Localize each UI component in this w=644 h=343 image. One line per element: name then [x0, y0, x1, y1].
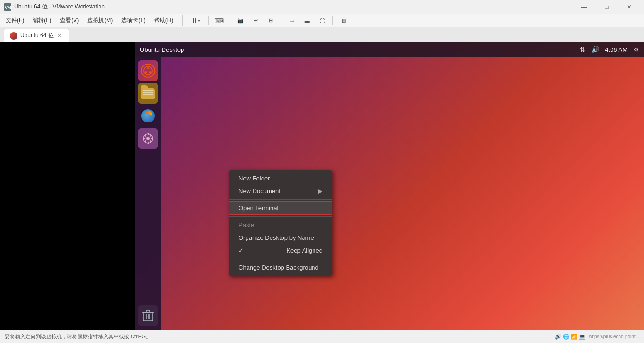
context-separator-2: [229, 216, 332, 217]
toolbar-sep1: [208, 16, 209, 25]
titlebar-left: VM Ubuntu 64 位 - VMware Workstation: [4, 3, 105, 11]
toolbar-sep2: [230, 16, 230, 25]
svg-line-12: [145, 135, 146, 137]
ubuntu-desktop[interactable]: Ubuntu Desktop ⇅ 🔊 4:06 AM ⚙: [135, 42, 644, 330]
sound-icon[interactable]: 🔊: [591, 46, 599, 53]
toolbar-sep4: [332, 16, 333, 25]
context-separator-1: [229, 199, 332, 200]
launcher-firefox[interactable]: [138, 106, 158, 126]
open-terminal-label: Open Terminal: [239, 204, 278, 212]
context-menu-paste: Paste: [229, 219, 332, 231]
new-document-label: New Document: [239, 188, 281, 195]
launcher-settings[interactable]: [138, 128, 158, 149]
statusbar-url: https://plus.echo-point...: [589, 334, 639, 339]
ubuntu-tab-icon: [10, 32, 17, 40]
context-menu-open-terminal[interactable]: Open Terminal: [229, 202, 332, 214]
vm-content: Ubuntu Desktop ⇅ 🔊 4:06 AM ⚙: [0, 42, 644, 330]
svg-point-4: [145, 71, 147, 73]
svg-point-5: [149, 71, 151, 73]
sort-icon[interactable]: ⇅: [580, 46, 586, 53]
menu-view[interactable]: 查看(V): [56, 15, 83, 26]
full-screen-button[interactable]: ▬: [300, 15, 314, 26]
svg-point-7: [146, 137, 150, 140]
unity-launcher: [135, 57, 161, 330]
trash-svg-icon: [142, 309, 154, 322]
statusbar: 要将输入定向到该虚拟机，请将鼠标指针移入其中或按 Ctrl+G。 🔊 🌐 📶 💻…: [0, 330, 644, 343]
new-folder-label: New Folder: [239, 175, 270, 182]
keep-aligned-label: Keep Aligned: [286, 247, 322, 254]
statusbar-right: 🔊 🌐 📶 💻 https://plus.echo-point...: [555, 334, 639, 340]
send-ctrl-alt-del-button[interactable]: ⌨: [213, 15, 226, 26]
change-background-label: Change Desktop Background: [239, 264, 319, 271]
context-menu-new-folder[interactable]: New Folder: [229, 172, 332, 185]
titlebar-text: Ubuntu 64 位 - VMware Workstation: [14, 3, 105, 11]
panel-right: ⇅ 🔊 4:06 AM ⚙: [580, 46, 639, 53]
vm-tab-label: Ubuntu 64 位: [20, 32, 54, 40]
svg-line-15: [145, 141, 146, 142]
context-separator-3: [229, 259, 332, 259]
revert-snapshot-button[interactable]: ↩: [249, 15, 262, 26]
submenu-arrow-icon: ▶: [318, 188, 322, 195]
statusbar-text: 要将输入定向到该虚拟机，请将鼠标指针移入其中或按 Ctrl+G。: [5, 333, 151, 340]
menu-file[interactable]: 文件(F): [2, 15, 28, 26]
launcher-files[interactable]: [138, 83, 158, 104]
context-menu-new-document[interactable]: New Document ▶: [229, 185, 332, 197]
keep-aligned-check-icon: ✓: [239, 247, 244, 254]
context-menu-change-background[interactable]: Change Desktop Background: [229, 261, 332, 274]
ubuntu-top-panel: Ubuntu Desktop ⇅ 🔊 4:06 AM ⚙: [135, 42, 644, 57]
svg-point-3: [147, 67, 149, 69]
display-button[interactable]: 🖥: [337, 15, 350, 26]
svg-rect-18: [146, 310, 150, 312]
tabbar: Ubuntu 64 位 ✕: [0, 27, 644, 42]
svg-line-13: [150, 141, 152, 142]
context-menu: New Folder New Document ▶ Open Terminal …: [229, 170, 332, 276]
titlebar: VM Ubuntu 64 位 - VMware Workstation — □ …: [0, 0, 644, 14]
vmware-logo-icon: VM: [4, 3, 11, 11]
svg-line-14: [150, 135, 152, 137]
close-button[interactable]: ✕: [619, 0, 640, 14]
menu-edit[interactable]: 编辑(E): [29, 15, 55, 26]
minimize-button[interactable]: —: [573, 0, 595, 14]
launcher-ubuntu-dash[interactable]: [138, 60, 158, 81]
panel-time: 4:06 AM: [605, 46, 627, 53]
unity-button[interactable]: ▭: [285, 15, 298, 26]
menubar: 文件(F) 编辑(E) 查看(V) 虚拟机(M) 选项卡(T) 帮助(H) ⏸▾…: [0, 14, 644, 27]
vm-tab-close-button[interactable]: ✕: [57, 33, 63, 39]
menu-help[interactable]: 帮助(H): [150, 15, 177, 26]
snapshot-button[interactable]: 📷: [234, 15, 247, 26]
window-controls: — □ ✕: [573, 0, 640, 14]
launcher-trash[interactable]: [138, 305, 158, 326]
context-menu-keep-aligned[interactable]: ✓ Keep Aligned: [229, 244, 332, 257]
svg-text:VM: VM: [5, 5, 11, 10]
view-button[interactable]: ⛶: [315, 15, 329, 26]
maximize-button[interactable]: □: [596, 0, 618, 14]
firefox-icon: [141, 109, 155, 122]
toolbar: ⏸▾ ⌨ 📷 ↩ ⊞ ▭ ▬ ⛶ 🖥: [182, 15, 350, 26]
ubuntu-dash-icon: [141, 64, 155, 78]
organize-label: Organize Desktop by Name: [239, 234, 314, 241]
power-settings-icon[interactable]: ⚙: [633, 46, 639, 53]
trash-icon: [138, 305, 158, 326]
context-menu-organize[interactable]: Organize Desktop by Name: [229, 231, 332, 244]
paste-label: Paste: [239, 221, 254, 229]
settings-icon: [141, 131, 155, 146]
power-button[interactable]: ⏸▾: [188, 15, 205, 26]
menu-tabs[interactable]: 选项卡(T): [117, 15, 149, 26]
vm-tab-ubuntu[interactable]: Ubuntu 64 位 ✕: [4, 29, 69, 42]
toolbar-sep3: [281, 16, 281, 25]
tray-icons: 🔊 🌐 📶 💻: [555, 334, 586, 340]
panel-title: Ubuntu Desktop: [140, 46, 184, 53]
manage-snapshots-button[interactable]: ⊞: [264, 15, 277, 26]
left-black-area: [0, 42, 135, 330]
menu-vm[interactable]: 虚拟机(M): [83, 15, 116, 26]
files-icon: [141, 88, 155, 99]
